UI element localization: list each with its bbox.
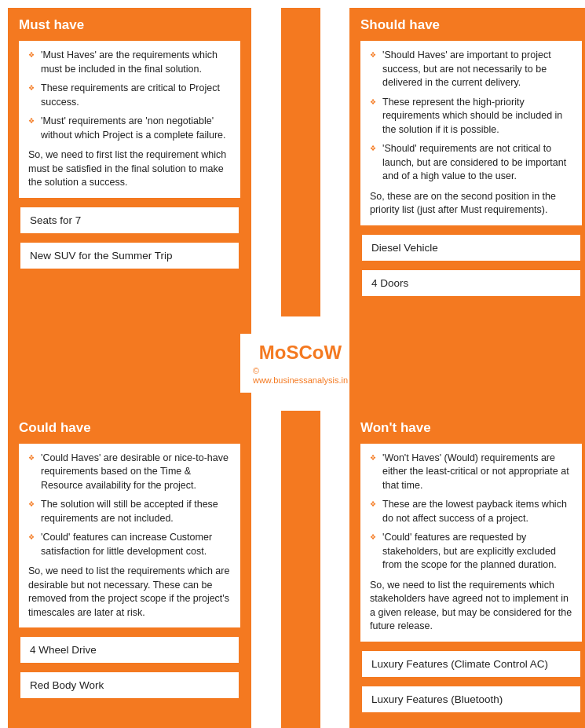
must-bullet-3: 'Must' requirements are 'non negotiable'… xyxy=(28,115,231,142)
should-have-panel: Should have 'Should Haves' are important… xyxy=(349,8,585,316)
could-have-title: Could have xyxy=(19,420,240,436)
bot-mid-arm xyxy=(251,411,349,729)
wont-item-2: Luxury Features (Bluetooth) xyxy=(360,685,582,714)
wont-have-panel: Won't have 'Won't Haves' (Would) require… xyxy=(349,411,585,729)
could-bullet-1: 'Could Haves' are desirable or nice-to-h… xyxy=(28,452,231,493)
vertical-arm-top xyxy=(281,8,320,316)
should-have-bullets: 'Should Haves' are important to project … xyxy=(370,49,572,184)
moscow-center: MoSCoW © www.businessanalysis.in xyxy=(251,316,349,411)
could-have-bullets: 'Could Haves' are desirable or nice-to-h… xyxy=(28,452,231,559)
could-bullet-2: The solution will still be accepted if t… xyxy=(28,498,231,525)
should-have-items: Diesel Vehicle 4 Doors xyxy=(360,233,582,298)
must-have-bullets: 'Must Haves' are the requirements which … xyxy=(28,49,231,142)
must-have-title: Must have xyxy=(19,17,240,33)
wont-bullet-3: 'Could' features are requested by stakeh… xyxy=(370,531,572,573)
moscow-box: MoSCoW © www.businessanalysis.in xyxy=(240,334,360,393)
moscow-subtitle: © www.businessanalysis.in xyxy=(253,366,348,385)
wont-bullet-1: 'Won't Haves' (Would) requirements are e… xyxy=(370,452,572,493)
could-item-1: 4 Wheel Drive xyxy=(19,635,240,664)
wont-have-items: Luxury Features (Climate Control AC) Lux… xyxy=(360,649,582,714)
horizontal-arm-left xyxy=(8,316,251,411)
wont-item-1: Luxury Features (Climate Control AC) xyxy=(360,649,582,679)
could-bullet-3: 'Could' features can increase Customer s… xyxy=(28,531,231,558)
must-item-1: Seats for 7 xyxy=(19,206,240,235)
could-have-summary: So, we need to list the requirements whi… xyxy=(28,565,231,620)
moscow-title: MoSCoW xyxy=(259,342,342,364)
wont-bullet-2: These are the lowest payback items which… xyxy=(370,498,572,525)
must-item-2: New SUV for the Summer Trip xyxy=(19,241,240,270)
vertical-arm-bottom xyxy=(281,411,320,729)
wont-have-summary: So, we need to list the requirements whi… xyxy=(370,579,572,634)
could-item-2: Red Body Work xyxy=(19,671,240,700)
mid-right-arm xyxy=(349,316,585,411)
main-container: Must have 'Must Haves' are the requireme… xyxy=(0,0,585,728)
should-item-2: 4 Doors xyxy=(360,269,582,298)
must-bullet-1: 'Must Haves' are the requirements which … xyxy=(28,49,231,76)
should-bullet-2: These represent the high-priority requir… xyxy=(370,96,572,137)
must-have-items: Seats for 7 New SUV for the Summer Trip xyxy=(19,206,240,270)
could-have-panel: Could have 'Could Haves' are desirable o… xyxy=(8,411,251,729)
should-item-1: Diesel Vehicle xyxy=(360,233,582,262)
could-have-items: 4 Wheel Drive Red Body Work xyxy=(19,635,240,700)
must-have-panel: Must have 'Must Haves' are the requireme… xyxy=(8,8,251,316)
must-bullet-2: These requirements are critical to Proje… xyxy=(28,82,231,109)
must-have-summary: So, we need to first list the requiremen… xyxy=(28,148,231,190)
should-bullet-3: 'Should' requirements are not critical t… xyxy=(370,142,572,184)
should-bullet-1: 'Should Haves' are important to project … xyxy=(370,49,572,90)
top-mid-arm xyxy=(251,8,349,316)
wont-have-bullets: 'Won't Haves' (Would) requirements are e… xyxy=(370,452,572,573)
mid-left-arm xyxy=(8,316,251,411)
moscow-grid: Must have 'Must Haves' are the requireme… xyxy=(8,8,577,728)
should-have-title: Should have xyxy=(360,17,582,33)
horizontal-arm-right xyxy=(349,316,585,411)
should-have-summary: So, these are on the second position in … xyxy=(370,190,572,218)
wont-have-title: Won't have xyxy=(360,420,582,436)
